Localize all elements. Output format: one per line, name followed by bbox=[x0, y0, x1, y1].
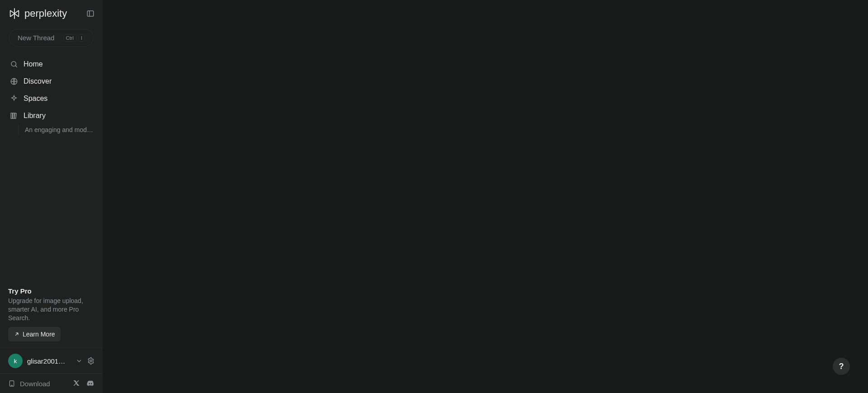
collapse-sidebar-icon[interactable] bbox=[86, 9, 94, 18]
download-row: Download bbox=[0, 374, 103, 393]
nav-spaces[interactable]: Spaces bbox=[5, 90, 98, 107]
x-social-icon[interactable] bbox=[73, 379, 80, 388]
nav-home[interactable]: Home bbox=[5, 56, 98, 73]
chevron-down-icon[interactable] bbox=[75, 357, 83, 365]
learn-more-button[interactable]: Learn More bbox=[8, 327, 61, 341]
user-name: glisar200119... bbox=[27, 357, 68, 365]
promo-title: Try Pro bbox=[8, 287, 94, 295]
avatar: k bbox=[8, 354, 23, 368]
external-link-icon bbox=[14, 331, 20, 337]
gear-icon[interactable] bbox=[87, 357, 94, 365]
svg-point-2 bbox=[11, 62, 16, 66]
try-pro-promo: Try Pro Upgrade for image upload, smarte… bbox=[0, 281, 103, 348]
nav-library[interactable]: Library bbox=[5, 107, 98, 124]
library-thread-item[interactable]: An engaging and modern illustration bbox=[18, 124, 98, 135]
search-icon bbox=[10, 60, 18, 68]
perplexity-icon bbox=[8, 7, 21, 20]
download-icon[interactable] bbox=[8, 380, 15, 387]
nav-discover[interactable]: Discover bbox=[5, 73, 98, 90]
new-thread-button[interactable]: New Thread Ctrl I bbox=[9, 29, 94, 47]
brand-logo[interactable]: perplexity bbox=[8, 7, 67, 20]
kbd-i: I bbox=[78, 34, 85, 42]
globe-icon bbox=[10, 77, 18, 85]
kbd-ctrl: Ctrl bbox=[63, 34, 76, 42]
download-label[interactable]: Download bbox=[20, 380, 50, 388]
promo-body: Upgrade for image upload, smarter AI, an… bbox=[8, 297, 94, 322]
svg-rect-5 bbox=[11, 113, 12, 118]
user-row[interactable]: k glisar200119... bbox=[0, 348, 103, 374]
sidebar: perplexity New Thread Ctrl I Home Discov… bbox=[0, 0, 103, 393]
svg-rect-0 bbox=[87, 11, 94, 16]
library-icon bbox=[10, 112, 18, 120]
svg-line-3 bbox=[15, 66, 17, 67]
discord-icon[interactable] bbox=[86, 379, 94, 388]
sparkle-icon bbox=[10, 95, 18, 103]
help-button[interactable]: ? bbox=[833, 358, 850, 375]
svg-point-7 bbox=[90, 360, 92, 362]
